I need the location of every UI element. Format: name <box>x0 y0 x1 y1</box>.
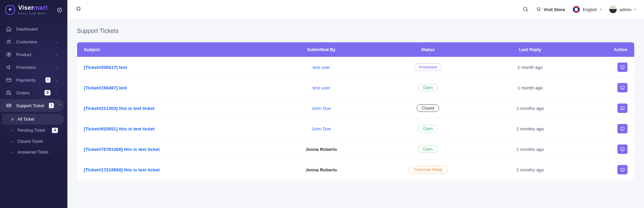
svg-rect-3 <box>6 78 11 81</box>
submitted-by[interactable]: test user <box>313 85 330 90</box>
sidebar-item-product[interactable]: Product⌄ <box>0 48 64 61</box>
brand-tagline: Easy and Best <box>18 12 47 15</box>
svg-point-13 <box>538 10 538 11</box>
admin-menu[interactable]: admin ▾ <box>609 5 636 13</box>
chevron-down-icon: ⌄ <box>55 66 58 69</box>
visit-store-link[interactable]: Visit Store <box>536 7 565 12</box>
megaphone-icon <box>6 65 11 70</box>
th-last-reply: Last Reply <box>485 42 575 57</box>
submitted-by: Jenna Roberts <box>305 167 337 172</box>
fullscreen-toggle-icon[interactable] <box>75 6 82 13</box>
ticket-subject-link[interactable]: [Ticket#17218560] this is test ticket <box>84 167 160 172</box>
ticket-icon <box>6 103 11 108</box>
table-row: [Ticket#206617] testtest userAnswered1 m… <box>77 57 634 78</box>
chevron-up-icon: ⌃ <box>59 104 61 108</box>
status-badge: Open <box>418 84 438 91</box>
submitted-by[interactable]: John Doe <box>312 106 331 111</box>
sidebar-item-label: Promotion <box>16 65 51 70</box>
badge: 4 <box>52 128 58 133</box>
home-icon <box>6 26 11 32</box>
chevron-down-icon: ⌄ <box>55 53 58 56</box>
circle-icon: ○ <box>11 151 14 154</box>
sidebar-item-label: Product <box>16 52 51 57</box>
view-ticket-button[interactable] <box>617 165 627 174</box>
sidebar-item-orders[interactable]: Orders0⌄ <box>0 86 64 99</box>
sidebar-subitem-all-ticket[interactable]: ≡All Ticket <box>2 114 64 125</box>
status-badge: Closed <box>417 105 439 112</box>
status-badge: Open <box>418 125 438 132</box>
search-button[interactable] <box>523 6 529 12</box>
sidebar-collapse-toggle[interactable] <box>57 8 62 12</box>
status-badge: Answered <box>414 64 442 71</box>
list-icon: ≡ <box>11 118 14 121</box>
sidebar-item-label: Customers <box>16 39 51 44</box>
table-row: [Ticket#211303] this is test ticketJohn … <box>77 98 634 119</box>
last-reply: 2 months ago <box>516 167 544 172</box>
table-row: [Ticket#17218560] this is test ticketJen… <box>77 160 634 180</box>
content: Support Tickets Subject Submitted By Sta… <box>67 19 644 189</box>
ticket-subject-link[interactable]: [Ticket#206617] test <box>84 65 127 70</box>
view-ticket-button[interactable] <box>617 103 627 113</box>
submitted-by[interactable]: test user <box>313 65 330 70</box>
sidebar-item-promotion[interactable]: Promotion⌄ <box>0 61 64 74</box>
sidebar-item-customers[interactable]: Customers⌄ <box>0 35 64 48</box>
cart-icon <box>536 7 541 12</box>
svg-rect-21 <box>621 107 624 109</box>
ticket-subject-link[interactable]: [Ticket#76781268] this is test ticket <box>84 147 160 152</box>
ticket-subject-link[interactable]: [Ticket#156497] test <box>84 85 127 90</box>
submitted-by[interactable]: John Doe <box>312 126 331 131</box>
chevron-down-icon: ▾ <box>634 8 636 11</box>
sidebar-item-dashboard[interactable]: Dashboard <box>0 23 64 35</box>
sidebar-item-support-ticket[interactable]: Support Ticket!⌃ <box>0 99 64 112</box>
tickets-table-card: Subject Submitted By Status Last Reply A… <box>77 42 635 180</box>
view-ticket-button[interactable] <box>617 124 627 133</box>
sidebar: Visermart Easy and Best DashboardCustome… <box>0 0 67 208</box>
circle-icon: ○ <box>11 140 14 143</box>
last-reply: 2 months ago <box>516 126 544 131</box>
submitted-by: Jenna Roberts <box>305 147 337 152</box>
badge: ! <box>45 77 51 83</box>
sidebar-submenu: ≡All Ticket○Pending Ticket4○Closed Ticke… <box>0 112 67 160</box>
brand-text: Visermart Easy and Best <box>18 5 47 15</box>
play-icon <box>6 52 11 57</box>
ticket-subject-link[interactable]: [Ticket#211303] this is test ticket <box>84 106 155 111</box>
topbar: Visit Store English ▾ admin ▾ <box>67 0 644 19</box>
svg-rect-24 <box>621 127 624 130</box>
visit-store-label: Visit Store <box>544 7 565 12</box>
view-ticket-button[interactable] <box>617 63 627 72</box>
brand-name-left: Viser <box>18 4 34 11</box>
svg-rect-18 <box>621 86 624 89</box>
sidebar-subitem-pending-ticket[interactable]: ○Pending Ticket4 <box>2 125 64 136</box>
th-submitted-by: Submitted By <box>272 42 371 57</box>
language-selector[interactable]: English ▾ <box>573 6 602 13</box>
sidebar-item-label: Support Ticket <box>16 103 44 108</box>
sidebar-subitem-label: All Ticket <box>18 117 58 122</box>
main-area: Visit Store English ▾ admin ▾ Support Ti… <box>67 0 644 208</box>
th-subject: Subject <box>77 42 272 57</box>
page-title: Support Tickets <box>77 28 635 35</box>
svg-point-14 <box>539 10 540 11</box>
language-label: English <box>583 7 597 12</box>
sidebar-item-label: Payments <box>16 78 41 83</box>
last-reply: 1 month ago <box>518 65 543 70</box>
table-row: [Ticket#825651] this is test ticketJohn … <box>77 119 634 139</box>
svg-line-12 <box>526 10 528 12</box>
svg-point-0 <box>7 40 9 41</box>
th-status: Status <box>371 42 485 57</box>
badge: 0 <box>44 90 51 95</box>
sidebar-menu: DashboardCustomers⌄Product⌄Promotion⌄Pay… <box>0 21 67 161</box>
sidebar-subitem-answered-ticket[interactable]: ○Answered Ticket <box>2 147 64 158</box>
brand-name-right: mart <box>34 4 47 11</box>
svg-point-11 <box>523 7 527 11</box>
circle-icon: ○ <box>11 129 14 132</box>
view-ticket-button[interactable] <box>617 144 627 154</box>
view-ticket-button[interactable] <box>617 83 627 92</box>
brand[interactable]: Visermart Easy and Best <box>0 0 67 21</box>
table-row: [Ticket#156497] testtest userOpen1 month… <box>77 78 634 98</box>
sidebar-item-payments[interactable]: Payments!⌄ <box>0 74 64 86</box>
svg-rect-27 <box>621 148 624 150</box>
sidebar-subitem-closed-ticket[interactable]: ○Closed Ticket <box>2 136 64 147</box>
ticket-subject-link[interactable]: [Ticket#825651] this is test ticket <box>84 126 155 131</box>
chevron-down-icon: ⌄ <box>55 40 58 44</box>
last-reply: 1 month ago <box>518 85 543 90</box>
